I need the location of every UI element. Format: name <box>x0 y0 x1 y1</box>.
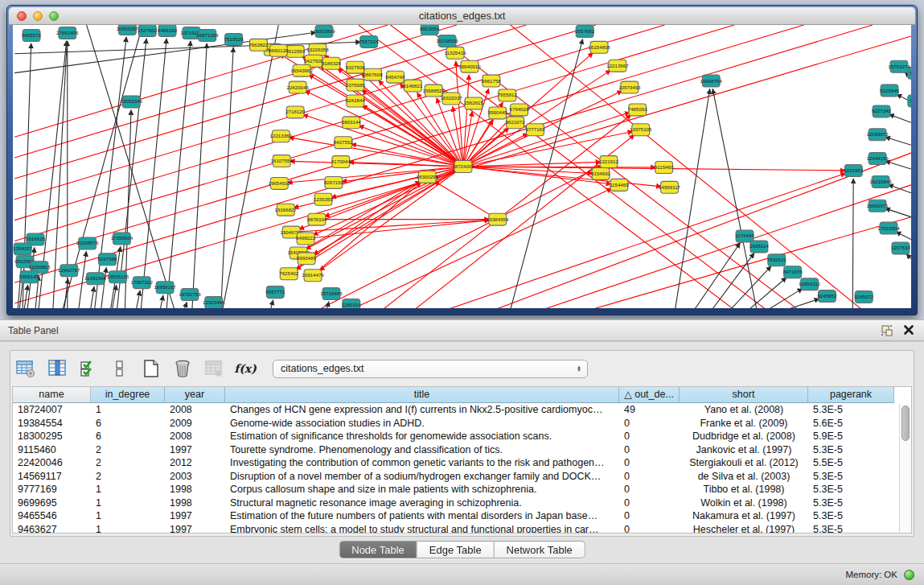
graph-node[interactable]: 15692971 <box>866 200 889 212</box>
graph-node[interactable]: 12444159 <box>866 153 889 165</box>
graph-node[interactable]: 16107554 <box>271 155 294 167</box>
graph-node[interactable]: 12213369 <box>270 130 293 142</box>
graph-node[interactable]: 12093872 <box>866 129 889 141</box>
graph-node[interactable]: 18724007 <box>452 161 474 173</box>
graph-node[interactable]: 16914479 <box>302 270 324 282</box>
window-titlebar[interactable]: citations_edges.txt <box>9 7 915 25</box>
column-header-year[interactable]: year <box>165 387 225 403</box>
table-row[interactable]: 1830029562008Estimation of significance … <box>13 430 911 443</box>
scrollbar-thumb[interactable] <box>901 406 910 441</box>
graph-node[interactable]: 7515526 <box>224 33 244 45</box>
graph-node[interactable]: 8813054 <box>420 25 440 35</box>
column-header-name[interactable]: name <box>13 387 91 403</box>
show-columns-icon[interactable] <box>47 358 68 379</box>
graph-node[interactable]: 8878334 <box>307 213 327 225</box>
tab-edge-table[interactable]: Edge Table <box>417 541 495 558</box>
graph-node[interactable]: 6466160 <box>158 25 178 36</box>
memory-status-icon[interactable] <box>904 570 914 580</box>
graph-node[interactable]: 1527602 <box>138 25 158 36</box>
graph-node[interactable]: 2657682 <box>575 25 595 37</box>
graph-node[interactable]: 1280314 <box>342 299 362 308</box>
new-column-icon[interactable] <box>141 358 162 379</box>
tab-node-table[interactable]: Node Table <box>339 541 417 558</box>
graph-node[interactable]: 17016504 <box>877 222 900 234</box>
graph-node[interactable]: 18322037 <box>440 93 462 105</box>
graph-node[interactable]: 13226058 <box>306 43 329 56</box>
graph-node[interactable]: 7625402 <box>279 268 299 280</box>
table-row[interactable]: 977716911998Corpus callosum shape and si… <box>13 483 911 496</box>
graph-node[interactable]: 12744 <box>908 95 911 107</box>
network-canvas[interactable]: 1872400727181201221336916107554196549339… <box>13 25 911 308</box>
graph-node[interactable]: 16782759 <box>179 289 201 301</box>
graph-node[interactable]: 14569117 <box>659 181 681 193</box>
graph-node[interactable]: 11325419 <box>445 47 467 59</box>
graph-node[interactable]: 20206576 <box>76 237 99 249</box>
graph-node[interactable]: 8660128 <box>269 44 289 56</box>
graph-node[interactable]: 19166827 <box>275 204 298 216</box>
import-table-icon-disabled[interactable] <box>203 358 224 379</box>
table-row[interactable]: 911546021997Tourette syndrome. Phenomeno… <box>13 443 911 457</box>
graph-node[interactable]: 13975105 <box>630 124 652 136</box>
table-row[interactable]: 969969511998Structural magnetic resonanc… <box>13 496 911 510</box>
graph-node[interactable]: 9197588 <box>98 253 118 266</box>
graph-node[interactable]: 12213967 <box>606 60 629 72</box>
graph-node[interactable]: 8471676 <box>783 266 803 278</box>
graph-node[interactable]: 5905145 <box>19 271 39 283</box>
graph-node[interactable]: 7485063 <box>628 104 648 116</box>
graph-node[interactable]: 7557224 <box>359 35 380 47</box>
graph-node[interactable]: 9154691 <box>591 167 611 179</box>
graph-node[interactable]: 9245652 <box>817 290 837 303</box>
graph-node[interactable]: 13505135 <box>107 271 129 283</box>
graph-node[interactable]: 9242844 <box>346 95 366 107</box>
function-builder-icon[interactable]: f(x) <box>235 358 256 379</box>
graph-node[interactable]: 15218506 <box>436 35 458 47</box>
table-row[interactable]: 946554611997Estimation of the future num… <box>13 509 911 523</box>
graph-node[interactable]: 23053346 <box>121 96 143 108</box>
graph-node[interactable]: 9621072 <box>506 117 526 129</box>
graph-node[interactable]: 15716485 <box>320 288 343 300</box>
column-header-title[interactable]: title <box>225 387 619 403</box>
graph-node[interactable]: 8186328 <box>322 57 342 69</box>
graph-node[interactable]: 9215953 <box>844 165 864 177</box>
graph-node[interactable]: 9327508 <box>346 61 366 73</box>
graph-node[interactable]: 9227342 <box>872 105 892 117</box>
graph-node[interactable]: 9245072 <box>854 291 874 303</box>
column-header-short[interactable]: short <box>680 387 808 403</box>
graph-node[interactable]: 7955812 <box>498 89 518 101</box>
graph-node[interactable]: 19654933 <box>269 177 291 189</box>
graph-node[interactable]: 12923446 <box>203 297 225 308</box>
graph-node[interactable]: 2803144 <box>342 117 362 129</box>
graph-node[interactable]: 17359924 <box>111 233 133 245</box>
graph-node[interactable]: 10973493 <box>618 81 641 93</box>
graph-node[interactable]: 16648794 <box>700 75 723 87</box>
column-header-pagerank[interactable]: pagerank <box>808 387 894 403</box>
graph-node[interactable]: 7632621 <box>767 254 787 266</box>
table-vertical-scrollbar[interactable] <box>899 404 911 533</box>
graph-node[interactable]: 1562615 <box>464 97 484 109</box>
graph-node[interactable]: 19384554 <box>487 213 509 225</box>
table-row[interactable]: 1872400712008Changes of HCN gene express… <box>13 403 911 417</box>
graph-node[interactable]: 2867608 <box>363 68 384 80</box>
graph-node[interactable]: 16053809 <box>313 25 335 37</box>
graph-node[interactable]: 2935114 <box>749 241 769 253</box>
graph-node[interactable]: 1235359 <box>314 193 334 205</box>
graph-node[interactable]: 16640910 <box>458 60 481 72</box>
graph-node[interactable]: 9777169 <box>526 124 546 136</box>
graph-node[interactable]: 16958167 <box>154 282 176 294</box>
graph-node[interactable]: 2718120 <box>285 106 306 118</box>
tab-network-table[interactable]: Network Table <box>495 541 585 558</box>
column-header-in-degree[interactable]: in_degree <box>91 387 165 403</box>
row-selection-icon[interactable] <box>78 358 99 379</box>
graph-node[interactable]: 1167533 <box>891 242 910 254</box>
table-mode-icon[interactable] <box>15 358 36 379</box>
graph-node[interactable]: 3375685 <box>346 79 366 91</box>
table-row[interactable]: 946362711997Embryonic stem cells: a mode… <box>13 523 911 534</box>
graph-node[interactable]: 8267150 <box>324 176 344 188</box>
graph-node[interactable]: 9657771 <box>265 286 285 299</box>
graph-node[interactable]: 16543962 <box>290 64 313 76</box>
close-panel-icon[interactable] <box>903 324 916 337</box>
graph-node[interactable]: 3170044 <box>331 156 351 168</box>
graph-node[interactable]: 8427552 <box>334 137 354 149</box>
graph-node[interactable]: 8993489 <box>297 253 317 265</box>
float-panel-icon[interactable] <box>881 324 893 337</box>
